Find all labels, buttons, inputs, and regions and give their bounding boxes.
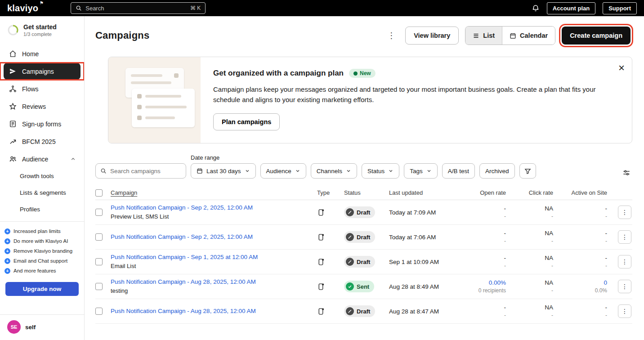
account-plan-button[interactable]: Account plan: [547, 2, 595, 14]
campaign-audiences: Preview List, SMS List: [111, 213, 313, 221]
search-icon: [100, 168, 107, 174]
calendar-icon: [197, 168, 203, 174]
campaign-link[interactable]: Push Notification Campaign - Sep 1, 2025…: [111, 253, 313, 261]
status-badge: Draft: [344, 305, 375, 317]
list-view-button[interactable]: List: [465, 27, 502, 45]
click-rate-cell: NA-: [506, 229, 553, 245]
column-settings-button[interactable]: [621, 167, 632, 179]
upsell-item: + Increased plan limits: [4, 226, 80, 236]
row-more-options-button[interactable]: ⋮: [618, 304, 631, 318]
channels-filter-dropdown[interactable]: Channels: [311, 163, 357, 179]
click-rate-cell: NA-: [506, 304, 553, 319]
chevron-down-icon: [388, 168, 394, 174]
archived-filter[interactable]: Archived: [479, 163, 515, 179]
notifications-button[interactable]: [532, 4, 540, 12]
create-campaign-button[interactable]: Create campaign: [562, 27, 631, 45]
global-search-input[interactable]: [85, 5, 187, 12]
col-campaign[interactable]: Campaign: [111, 189, 317, 196]
active-on-site-cell: --: [553, 229, 607, 245]
col-open-rate[interactable]: Open rate: [456, 189, 506, 196]
sidebar-item-home[interactable]: Home: [4, 45, 80, 62]
sidebar-item-label: Home: [22, 50, 39, 58]
row-more-options-button[interactable]: ⋮: [618, 280, 631, 293]
calendar-view-button[interactable]: Calendar: [502, 27, 555, 45]
sidebar-item-reviews[interactable]: Reviews: [4, 98, 80, 115]
row-checkbox[interactable]: [95, 308, 103, 315]
banner-illustration: [108, 57, 201, 143]
push-notification-icon: [317, 283, 344, 291]
row-checkbox[interactable]: [95, 258, 103, 265]
date-range-dropdown[interactable]: Last 30 days: [191, 163, 256, 179]
row-more-options-button[interactable]: ⋮: [618, 255, 631, 268]
select-all-checkbox[interactable]: [95, 189, 103, 197]
view-library-button[interactable]: View library: [405, 27, 459, 45]
campaign-search-input[interactable]: [110, 168, 181, 174]
campaign-link[interactable]: Push Notification Campaign - Sep 2, 2025…: [111, 204, 313, 212]
active-on-site-cell[interactable]: 00.0%: [553, 279, 607, 294]
klaviyo-logo[interactable]: klaviyo ⚑: [7, 3, 43, 13]
table-row: Push Notification Campaign - Aug 28, 202…: [95, 299, 632, 324]
chevron-up-icon: [70, 156, 76, 162]
row-checkbox[interactable]: [95, 233, 103, 241]
col-last-updated[interactable]: Last updated: [389, 189, 456, 196]
campaign-link[interactable]: Push Notification Campaign - Sep 2, 2025…: [111, 233, 313, 241]
table-row: Push Notification Campaign - Sep 1, 2025…: [95, 250, 632, 274]
open-rate-cell[interactable]: 0.00%0 recipients: [456, 279, 506, 294]
campaigns-annotation: Campaigns: [0, 63, 84, 80]
plan-campaigns-button[interactable]: Plan campaigns: [213, 113, 280, 130]
row-checkbox[interactable]: [95, 209, 103, 216]
campaign-search[interactable]: [95, 163, 186, 179]
sidebar-item-bfcm-2025[interactable]: BFCM 2025: [4, 133, 80, 150]
get-started[interactable]: Get started 1/3 complete: [0, 16, 84, 41]
main-content: Campaigns ⋮ View library List Calendar C…: [85, 16, 644, 340]
banner-close-button[interactable]: ×: [618, 63, 625, 73]
account-name: self: [25, 324, 36, 331]
row-more-options-button[interactable]: ⋮: [618, 230, 631, 244]
row-more-options-button[interactable]: ⋮: [618, 206, 631, 219]
campaign-audiences: testing: [111, 287, 313, 295]
sidebar-item-flows[interactable]: Flows: [4, 81, 80, 97]
page-more-options-button[interactable]: ⋮: [384, 29, 399, 42]
open-rate-cell: --: [456, 205, 506, 220]
status-filter-dropdown[interactable]: Status: [362, 163, 399, 179]
ab-test-filter[interactable]: A/B test: [442, 163, 475, 179]
sidebar-item-label: Reviews: [22, 103, 46, 110]
sidebar-item-profiles[interactable]: Profiles: [0, 201, 84, 218]
audience-filter-dropdown[interactable]: Audience: [260, 163, 306, 179]
sidebar-item-label: Audience: [22, 156, 48, 163]
people-icon: [9, 155, 17, 163]
chevron-down-icon: [426, 168, 432, 174]
support-button[interactable]: Support: [603, 2, 637, 14]
sidebar-item-lists-segments[interactable]: Lists & segments: [0, 184, 84, 201]
upgrade-now-button[interactable]: Upgrade now: [5, 282, 79, 296]
col-active-on-site[interactable]: Active on Site: [553, 189, 607, 196]
row-checkbox[interactable]: [95, 283, 103, 290]
filter-funnel-button[interactable]: [519, 163, 536, 179]
form-icon: [9, 120, 17, 128]
table-row: Push Notification Campaign - Sep 2, 2025…: [95, 200, 632, 225]
search-shortcut: ⌘ K: [190, 5, 201, 11]
plus-icon: +: [4, 248, 10, 254]
global-search[interactable]: ⌘ K: [71, 2, 206, 14]
draft-icon: [346, 208, 354, 216]
view-toggle: List Calendar: [465, 26, 555, 45]
sidebar-item-growth-tools[interactable]: Growth tools: [0, 168, 84, 184]
banner-title: Get organized with a campaign plan: [213, 69, 344, 78]
list-icon: [473, 32, 479, 39]
col-click-rate[interactable]: Click rate: [506, 189, 553, 196]
campaigns-icon: [9, 67, 17, 75]
sidebar-item-label: Campaigns: [22, 68, 54, 75]
campaign-link[interactable]: Push Notification Campaign - Aug 28, 202…: [111, 307, 313, 315]
campaign-link[interactable]: Push Notification Campaign - Aug 28, 202…: [111, 278, 313, 286]
last-updated: Sep 1 at 10:09 AM: [389, 259, 456, 265]
plus-icon: +: [4, 268, 10, 274]
sidebar-item-campaigns[interactable]: Campaigns: [4, 63, 80, 80]
sidebar-item-signup-forms[interactable]: Sign-up forms: [4, 116, 80, 132]
sidebar-item-label: Lists & segments: [20, 189, 66, 196]
avatar: SE: [7, 320, 21, 334]
account-switcher[interactable]: SE self: [0, 314, 84, 340]
star-icon: [9, 103, 17, 110]
sidebar-item-audience[interactable]: Audience: [4, 151, 80, 167]
chevron-down-icon: [346, 168, 351, 174]
tags-filter-dropdown[interactable]: Tags: [404, 163, 438, 179]
